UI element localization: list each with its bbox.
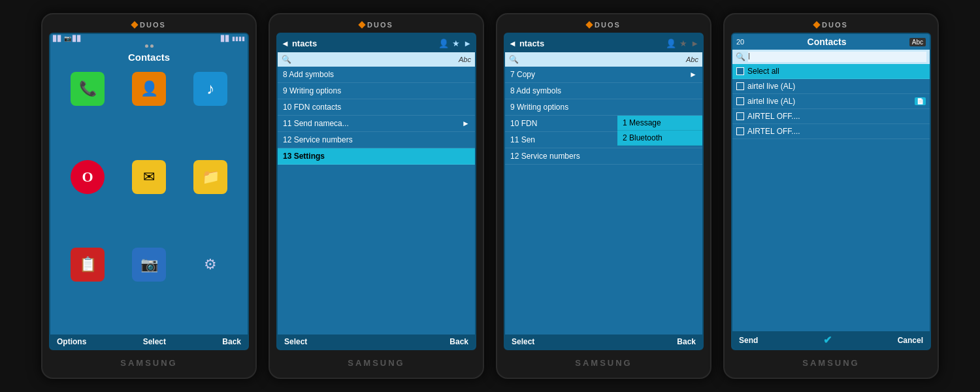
menu-item-13-text: 13 Settings [283,152,325,161]
phone1-softkey-right[interactable]: Back [222,337,241,346]
menu-item-12-text: 12 Service numbers [283,135,353,144]
checkbox-airtel-off1[interactable] [736,112,744,120]
duos-text-4: DUOS [822,21,848,29]
phone1-samsung: SAMSUNG [120,358,177,368]
icon-cell-contacts[interactable]: 👤 [121,71,177,107]
dot1 [145,44,148,48]
duos-text-1: DUOS [140,21,166,29]
signal-icon: ▊▊ 📷 ▊▊ [53,35,82,42]
dot2 [150,44,154,48]
icon-cell-phone[interactable]: 📞 [59,71,116,107]
checkmark-icon[interactable]: ✔ [823,334,832,346]
status-dots [50,43,248,49]
messages-icon[interactable]: ✉ [132,160,166,194]
menu-item-8[interactable]: 8 Add symbols [278,67,475,83]
phone3-softkey-right[interactable]: Back [677,337,696,346]
menu-item-12[interactable]: 12 Service numbers [278,132,475,148]
phone2-back-arrow: ◄ [281,39,289,48]
checkbox-airtel2[interactable] [736,97,744,105]
phone4-item-airtel1[interactable]: airtel live (AL) [732,79,930,94]
phone4-item-airtel2[interactable]: airtel live (AL) 📄 [732,94,930,109]
camera-icon[interactable]: 📷 [132,248,166,282]
phone3-item-11-text: 11 Sen [510,135,535,144]
phone1-top: DUOS [49,21,249,29]
phone3-item-12-text: 12 Service numbers [510,152,580,161]
phone4-abc: Abc [909,38,926,46]
phone3-back-arrow: ◄ [508,39,517,48]
opera-icon[interactable]: O [71,160,105,194]
icon-cell-music[interactable]: ♪ [182,71,238,107]
phone1-softkey-left[interactable]: Options [57,337,86,346]
phone3-menu-item-8[interactable]: 8 Add symbols [505,83,702,99]
phone3-menu-items: 7 Copy ► 8 Add symbols 9 Writing options… [505,67,702,335]
phone2-softkey-right[interactable]: Back [449,337,468,346]
icon-cell-messages[interactable]: ✉ [121,159,177,195]
phone1-softkeys: Options Select Back [50,335,248,349]
duos-label-1: DUOS [132,21,166,29]
arrow-icon-2: ► [463,39,472,48]
phone1-statusbar: ▊▊ 📷 ▊▊ ▊▊ ▮▮▮▮ [50,34,248,43]
phone-icon[interactable]: 📞 [71,72,105,106]
menu-item-10[interactable]: 10 FDN contacts [278,99,475,116]
menu-item-9[interactable]: 9 Writing options [278,83,475,99]
phone3-top: DUOS [504,21,704,29]
phone4-item-airtel-off1-text: AIRTEL OFF.... [747,112,926,121]
person-icon-3: 👤 [666,39,676,48]
phone4-item-airtel-off1[interactable]: AIRTEL OFF.... [732,109,930,124]
settings-icon[interactable]: ⚙ [193,248,227,282]
icon-cell-camera[interactable]: 📷 [121,246,177,283]
submenu-item-1[interactable]: 1 Message [617,116,702,131]
menu-item-13[interactable]: 13 Settings [278,148,475,165]
phone4-softkey-cancel[interactable]: Cancel [898,336,923,345]
icon-cell-opera[interactable]: O [59,159,116,195]
notes-icon[interactable]: 📋 [71,248,105,282]
icon-cell-settings[interactable]: ⚙ [182,246,238,283]
phone4-search-input[interactable]: | [748,52,926,62]
phone3-softkey-left[interactable]: Select [512,337,534,346]
phone3-submenu: 1 Message 2 Bluetooth [617,116,702,146]
phone3-menu-item-9[interactable]: 9 Writing options [505,99,702,116]
music-icon[interactable]: ♪ [193,72,227,106]
phone3-header-icons: 👤 ★ ► [666,39,699,48]
search-icon-3: 🔍 [509,55,519,64]
duos-diamond-1 [131,21,138,28]
search-icon-2: 🔍 [282,55,291,64]
phone3-bottom: SAMSUNG [504,355,704,368]
phone3-menu-item-7[interactable]: 7 Copy ► [505,67,702,83]
phone3-row-10: 10 FDN 1 Message 2 Bluetooth [505,116,702,132]
phone4-bottom: SAMSUNG [731,355,931,368]
phone3-search-bar: 🔍 Abc [505,52,702,67]
duos-label-2: DUOS [359,21,393,29]
phone2-menu-header: ◄ ntacts 👤 ★ ► [278,34,475,52]
phone3-item-8-text: 8 Add symbols [510,86,561,95]
icon-cell-notes[interactable]: 📋 [59,246,116,283]
submenu-item-2[interactable]: 2 Bluetooth [617,131,702,146]
star-icon-2: ★ [452,39,460,48]
menu-item-9-text: 9 Writing options [283,86,341,95]
phone-2: DUOS ◄ ntacts 👤 ★ ► 🔍 Abc 8 Add symbol [269,13,484,379]
phone4-item-airtel-off2[interactable]: AIRTEL OFF.... [732,124,930,139]
battery-icon: ▊▊ ▮▮▮▮ [221,35,245,42]
phone1-softkey-center[interactable]: Select [143,337,166,346]
phone4-softkeys: Send ✔ Cancel [732,331,930,349]
phone2-softkey-left[interactable]: Select [284,337,307,346]
icon-cell-folder[interactable]: 📁 [182,159,238,195]
phone3-samsung: SAMSUNG [575,358,632,368]
contacts-icon[interactable]: 👤 [132,72,166,106]
phone2-samsung: SAMSUNG [348,358,404,368]
checkbox-airtel1[interactable] [736,82,744,90]
phone2-screen: ◄ ntacts 👤 ★ ► 🔍 Abc 8 Add symbols 9 Wri… [276,33,476,350]
phone4-header: 20 Contacts Abc [732,34,930,50]
checkbox-airtel-off2[interactable] [736,127,744,135]
phone3-content: 7 Copy ► 8 Add symbols 9 Writing options… [505,67,702,335]
checkbox-select-all[interactable] [736,67,744,75]
phone4-softkey-send[interactable]: Send [739,336,758,345]
phone1-header: Contacts [50,49,248,65]
phone2-search-bar: 🔍 Abc [278,52,475,67]
phone3-menu-item-12[interactable]: 12 Service numbers [505,148,702,165]
duos-diamond-3 [585,21,593,28]
duos-diamond-4 [813,21,820,28]
folder-icon[interactable]: 📁 [193,160,227,194]
menu-item-11[interactable]: 11 Send nameca... ► [278,116,475,132]
phone4-item-select-all[interactable]: Select all [732,64,930,79]
